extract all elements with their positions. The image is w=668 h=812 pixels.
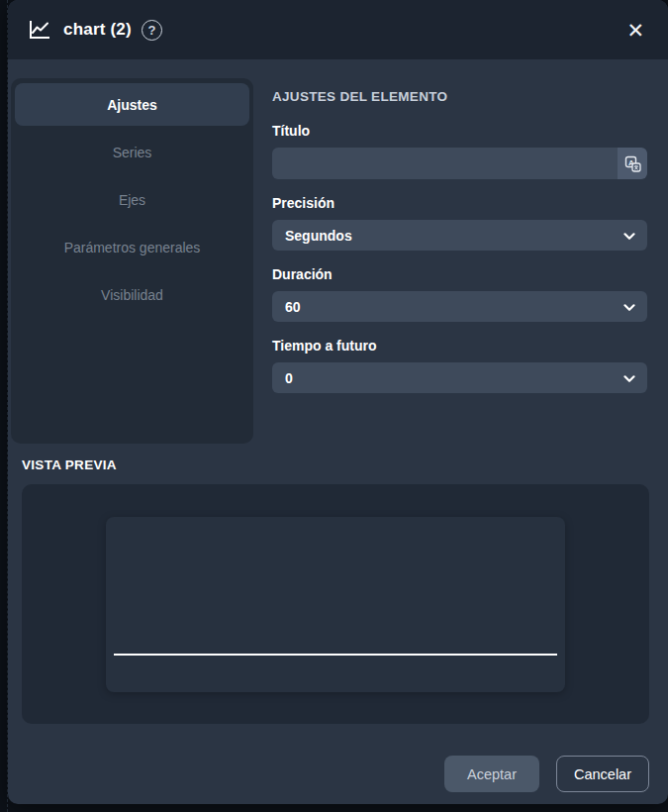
- precision-select[interactable]: Segundos: [272, 220, 647, 251]
- future-time-select-value: 0: [285, 370, 293, 386]
- sidebar-item-label: Parámetros generales: [64, 240, 201, 255]
- dialog-header: chart (2) ? ✕: [8, 0, 668, 59]
- translate-button[interactable]: A: [618, 148, 647, 179]
- line-chart-icon: [28, 18, 51, 42]
- background-page-edge: [0, 0, 8, 812]
- dialog-footer: Aceptar Cancelar: [444, 756, 649, 792]
- sidebar-item-ajustes[interactable]: Ajustes: [15, 83, 249, 126]
- sidebar-item-label: Ajustes: [107, 97, 157, 113]
- future-time-select[interactable]: 0: [272, 362, 647, 393]
- preview-section-title: VISTA PREVIA: [22, 457, 117, 472]
- help-circle-icon[interactable]: ?: [142, 20, 162, 41]
- sidebar-item-label: Visibilidad: [101, 287, 163, 303]
- preview-panel: [22, 484, 649, 724]
- chevron-down-icon: [623, 374, 635, 382]
- sidebar-item-parametros-generales[interactable]: Parámetros generales: [15, 224, 249, 271]
- sidebar-item-label: Ejes: [119, 192, 145, 208]
- chart-settings-dialog: chart (2) ? ✕ Ajustes Series Ejes Paráme…: [8, 0, 668, 804]
- chevron-down-icon: [623, 303, 635, 311]
- sidebar-item-ejes[interactable]: Ejes: [15, 176, 249, 224]
- translate-icon: A: [624, 155, 641, 172]
- settings-form: AJUSTES DEL ELEMENTO Título A Precisió: [272, 89, 647, 409]
- sidebar-item-series[interactable]: Series: [15, 129, 249, 176]
- settings-tab-sidebar: Ajustes Series Ejes Parámetros generales…: [11, 78, 253, 444]
- cancel-button[interactable]: Cancelar: [556, 756, 649, 792]
- precision-select-value: Segundos: [285, 228, 352, 244]
- future-time-field-label: Tiempo a futuro: [272, 338, 647, 354]
- precision-field-label: Precisión: [272, 195, 647, 211]
- duration-select-value: 60: [285, 299, 301, 315]
- accept-button[interactable]: Aceptar: [444, 756, 539, 792]
- chart-preview: [106, 517, 565, 692]
- title-input[interactable]: [272, 148, 618, 179]
- duration-select[interactable]: 60: [272, 291, 647, 322]
- title-field-label: Título: [272, 123, 647, 139]
- form-section-title: AJUSTES DEL ELEMENTO: [272, 89, 647, 104]
- dialog-body: Ajustes Series Ejes Parámetros generales…: [8, 59, 668, 804]
- sidebar-item-visibilidad[interactable]: Visibilidad: [15, 271, 249, 319]
- close-icon[interactable]: ✕: [622, 18, 648, 43]
- dialog-title: chart (2): [63, 20, 132, 40]
- chevron-down-icon: [623, 232, 635, 240]
- duration-field-label: Duración: [272, 266, 647, 282]
- title-input-wrap: A: [272, 148, 647, 179]
- chart-axis-line: [114, 654, 557, 656]
- sidebar-item-label: Series: [113, 145, 152, 160]
